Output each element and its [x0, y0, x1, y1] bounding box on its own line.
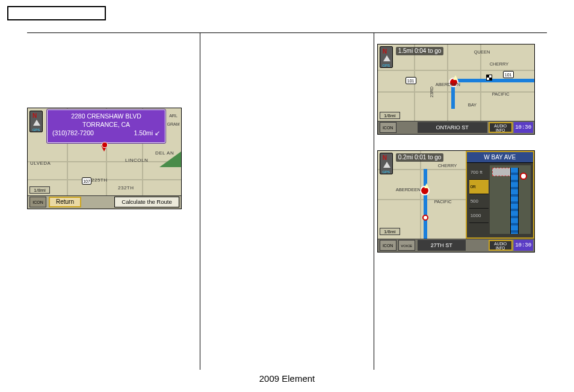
dest-address-line2: TORRANCE, CA	[50, 120, 162, 129]
street-label: 225TH	[91, 177, 108, 183]
column-right: N GPS 1.5mi 0:04 to go 101 101 QUEEN CHE…	[374, 33, 547, 370]
compass-widget[interactable]: N GPS	[29, 111, 43, 132]
street-label: ABERDEEN	[436, 82, 460, 87]
eta-status: 1.5mi 0:04 to go	[396, 47, 444, 55]
audio-info-button[interactable]: AUDIO INFO	[489, 122, 513, 133]
page-footer-model: 2009 Element	[0, 370, 574, 392]
turn-diagram	[490, 165, 531, 234]
axis-label: GRAM	[167, 120, 180, 129]
street-label: 23RD	[430, 87, 434, 97]
route-shield-icon: 107	[82, 177, 91, 185]
destination-pin-icon	[101, 145, 107, 152]
street-label: PACIFIC	[492, 91, 510, 97]
axis-label: ARL	[167, 112, 180, 120]
compass-north-letter: N	[32, 112, 37, 119]
nav-screenshot-guidance: CHERRY ABERDEEN PACIFIC N GPS 0.2mi 0:01…	[377, 150, 535, 253]
compass-widget[interactable]: N GPS	[380, 46, 393, 68]
distance-seg: 700 ft	[469, 165, 489, 180]
street-label: CHERRY	[438, 163, 457, 168]
voice-button[interactable]: VOICE	[398, 240, 415, 251]
compass-arrow-icon	[33, 120, 40, 126]
map-scale[interactable]: 1/8mi	[380, 228, 400, 235]
compass-north-letter: N	[383, 48, 387, 55]
icon-button[interactable]: ICON	[380, 122, 397, 133]
street-label: QUEEN	[474, 49, 490, 55]
street-label: PACIFIC	[434, 199, 452, 204]
turn-target-icon	[520, 173, 527, 180]
compass-north-letter: N	[383, 155, 387, 161]
column-left: N GPS 2280 CRENSHAW BLVD TORRANCE, CA (3…	[27, 33, 200, 370]
clock-display: 10:30	[514, 122, 533, 133]
current-street-box: 27TH ST	[418, 240, 466, 251]
audio-info-button[interactable]: AUDIO INFO	[489, 240, 513, 251]
document-page: N GPS 2280 CRENSHAW BLVD TORRANCE, CA (3…	[0, 0, 574, 392]
dest-address-line1: 2280 CRENSHAW BLVD	[50, 112, 162, 120]
route-shield-icon: 101	[406, 77, 416, 84]
compass-arrow-icon	[383, 162, 390, 168]
dest-phone: (310)782-7200	[52, 129, 94, 137]
header-empty-box	[7, 6, 106, 20]
street-label: LINCOLN	[125, 158, 148, 163]
distance-seg: 1000	[469, 209, 489, 223]
column-middle	[200, 33, 373, 370]
street-label: ULVEDA	[30, 161, 51, 166]
destination-marker-icon	[422, 215, 428, 221]
street-label: BAY	[468, 102, 477, 108]
compass-gps-label: GPS	[30, 128, 42, 132]
compass-widget[interactable]: N GPS	[380, 153, 393, 174]
dest-direction-arrow-icon: ↙	[155, 129, 160, 137]
route-line	[424, 169, 427, 239]
three-column-layout: N GPS 2280 CRENSHAW BLVD TORRANCE, CA (3…	[27, 33, 547, 370]
nav-screenshot-destination: N GPS 2280 CRENSHAW BLVD TORRANCE, CA (3…	[27, 108, 182, 209]
eta-status: 0.2mi 0:01 to go	[396, 153, 444, 162]
current-position-icon	[420, 186, 430, 195]
dest-distance: 1.50mi	[134, 129, 153, 136]
current-street-box: ONTARIO ST	[418, 122, 487, 133]
distance-seg-current: 0ft	[469, 180, 489, 194]
icon-button[interactable]: ICON	[380, 240, 397, 251]
compass-gps-label: GPS	[380, 64, 392, 67]
clock-display: 10:30	[514, 240, 533, 251]
turn-road-vertical	[510, 168, 519, 234]
street-label: ABERDEEN	[396, 187, 421, 192]
return-button[interactable]: Return	[49, 197, 81, 207]
turn-guidance-panel: W BAY AVE 700 ft 0ft 500 1000	[466, 151, 534, 239]
icon-button[interactable]: ICON	[29, 197, 46, 207]
destination-flag-icon	[486, 75, 492, 81]
route-shield-icon: 101	[503, 71, 514, 78]
route-line	[451, 79, 534, 82]
compass-arrow-icon	[383, 55, 390, 61]
calculate-route-button[interactable]: Calculate the Route	[114, 197, 179, 207]
next-street-header: W BAY AVE	[467, 152, 533, 163]
street-label: CHERRY	[490, 61, 509, 67]
map-scale[interactable]: 1/8mi	[380, 112, 400, 119]
map-scale[interactable]: 1/8mi	[29, 186, 50, 194]
right-axis-labels: ARL GRAM	[167, 112, 180, 129]
destination-info-box: 2280 CRENSHAW BLVD TORRANCE, CA (310)782…	[47, 109, 165, 143]
nav-screenshot-route-overview: N GPS 1.5mi 0:04 to go 101 101 QUEEN CHE…	[377, 44, 535, 135]
compass-gps-label: GPS	[380, 170, 392, 174]
street-label: DEL AN	[155, 150, 174, 156]
distance-seg: 500	[469, 194, 489, 209]
street-label: 232TH	[118, 185, 134, 191]
distance-bar: 700 ft 0ft 500 1000	[469, 165, 489, 234]
